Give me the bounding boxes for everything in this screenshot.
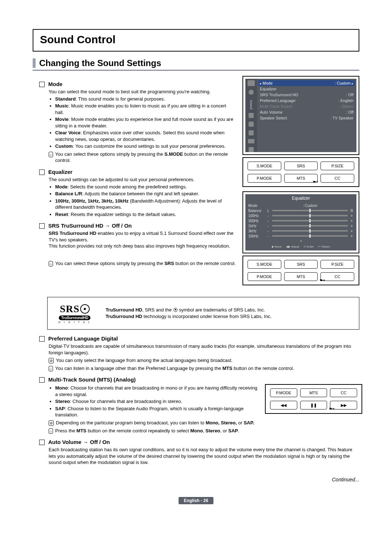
pointer-arrow-icon: ➸ bbox=[329, 404, 335, 413]
remote-button-cc[interactable]: CC bbox=[320, 174, 354, 183]
remote-buttons-3: P.MODE MTS CC ◀◀ ❚❚ ▶▶➸ bbox=[265, 384, 362, 414]
srs-line2: This function provides not only rich dee… bbox=[49, 243, 236, 249]
remote-button-pmode[interactable]: P.MODE bbox=[248, 272, 281, 281]
page: Sound Control Changing the Sound Setting… bbox=[0, 0, 392, 519]
remote-button-pmode[interactable]: P.MODE bbox=[270, 388, 297, 397]
remote-buttons-1: S.MODE SRS P.SIZE P.MODE MTS➸ CC bbox=[242, 157, 359, 187]
tv-icon bbox=[248, 80, 255, 86]
pointer-arrow-icon: ➸ bbox=[313, 177, 319, 186]
osd-main: ▸ Mode : Custom ▸ Equalizer SRS TruSurro… bbox=[257, 79, 356, 152]
pointer-arrow-icon: ➸ bbox=[319, 276, 326, 284]
checkbox-icon bbox=[39, 223, 45, 229]
osd-side-label: Sound bbox=[249, 100, 253, 109]
list-item: SAP: Choose to listen to the Separate Au… bbox=[55, 405, 258, 418]
list-item: Custom: You can customize the sound sett… bbox=[55, 143, 236, 150]
preflang-heading: Preferred Language Digital bbox=[33, 335, 359, 342]
list-item: Mode: Selects the sound mode among the p… bbox=[55, 184, 236, 190]
remote-button-rewind[interactable]: ◀◀ bbox=[270, 401, 297, 409]
remote-button-psize[interactable]: P.SIZE bbox=[320, 162, 354, 170]
side-icon bbox=[249, 147, 254, 152]
osd-row-disabled: Multi-Track Sound: Stereo bbox=[260, 103, 354, 109]
info-icon: ⊘ bbox=[49, 358, 54, 363]
mts-list: Mono: Choose for channels that are broad… bbox=[49, 385, 258, 418]
preflang-note2: ⌂ You can listen in a language other tha… bbox=[49, 365, 359, 372]
remote-button-cc[interactable]: CC➸ bbox=[320, 272, 354, 281]
srs-digital-text: D I G I T A L bbox=[58, 321, 91, 323]
mts-note2: ⌂ Press the MTS button on the remote con… bbox=[49, 428, 258, 434]
list-item: 100Hz, 300Hz, 1kHz, 3kHz, 10kHz (Bandwid… bbox=[55, 198, 236, 211]
srs-logo: SRS ● TruSurroundHD D I G I T A L bbox=[58, 303, 91, 323]
eq-slider[interactable] bbox=[272, 220, 348, 221]
equalizer-heading: Equalizer bbox=[33, 169, 236, 175]
eq-balance-row[interactable]: Balance L R bbox=[248, 208, 354, 213]
section-heading: Changing the Sound Settings bbox=[33, 58, 359, 68]
remote-buttons-2: S.MODE SRS P.SIZE P.MODE MTS CC➸ bbox=[242, 256, 359, 285]
eq-slider[interactable] bbox=[272, 230, 348, 232]
footer: English - 26 bbox=[33, 497, 359, 504]
checkbox-icon bbox=[39, 82, 45, 87]
divider bbox=[33, 70, 359, 71]
eq-slider[interactable] bbox=[272, 225, 348, 227]
remote-hint-icon: ⌂ bbox=[49, 366, 53, 371]
eq-band-row[interactable]: 300Hz-+ bbox=[248, 218, 354, 223]
checkbox-icon bbox=[39, 440, 45, 445]
mode-intro: You can select the sound mode to best su… bbox=[49, 89, 236, 95]
eq-slider[interactable] bbox=[272, 210, 348, 211]
srs-heading: SRS TruSurround HD → Off / On bbox=[33, 223, 236, 229]
remote-button-cc[interactable]: CC bbox=[330, 388, 357, 397]
remote-button-smode[interactable]: S.MODE bbox=[248, 260, 281, 269]
remote-button-forward[interactable]: ▶▶➸ bbox=[330, 401, 357, 409]
title-box: Sound Control bbox=[33, 29, 359, 52]
osd-row[interactable]: SRS TruSurround HD: Off bbox=[260, 92, 354, 98]
preflang-note1: ⊘ You can only select the language from … bbox=[49, 357, 359, 364]
continued-text: Continued... bbox=[33, 477, 359, 482]
eq-scroll-icon: ▾ bbox=[248, 239, 354, 243]
remote-button-pmode[interactable]: P.MODE bbox=[248, 174, 281, 183]
remote-button-smode[interactable]: S.MODE bbox=[248, 162, 281, 170]
osd-sidebar: Sound bbox=[245, 79, 257, 152]
eq-mode-row[interactable]: Mode : Custom bbox=[248, 203, 354, 208]
osd-row-mode[interactable]: ▸ Mode : Custom ▸ bbox=[258, 80, 355, 86]
mode-note: ⌂ You can select these options simply by… bbox=[49, 151, 236, 164]
osd-row[interactable]: Auto Volume: Off bbox=[260, 109, 354, 115]
section-title: Changing the Sound Settings bbox=[39, 58, 161, 68]
remote-button-mts[interactable]: MTS bbox=[284, 272, 318, 281]
mts-note1: ⊘ Depending on the particular program be… bbox=[49, 420, 258, 426]
preflang-subhead: Preferred Language Digital bbox=[48, 335, 118, 342]
eq-band-row[interactable]: 100Hz-+ bbox=[248, 213, 354, 218]
mts-heading: Multi-Track Sound (MTS) (Analog) bbox=[33, 376, 359, 383]
equalizer-subhead: Equalizer bbox=[48, 169, 73, 175]
text-column: Mode You can select the sound mode to be… bbox=[33, 76, 236, 290]
list-item: Movie: Movie mode enables you to experie… bbox=[55, 116, 236, 129]
eq-band-row[interactable]: 10kHz-+ bbox=[248, 233, 354, 239]
eq-nav-hints: ◆ Move◀▶ Adjust⏎ Enter↩ Return bbox=[248, 245, 354, 248]
remote-button-srs[interactable]: SRS bbox=[284, 260, 318, 269]
checkbox-icon bbox=[39, 377, 45, 383]
section-bar-icon bbox=[33, 58, 36, 68]
osd-row[interactable]: Equalizer bbox=[260, 86, 354, 92]
side-icon bbox=[248, 139, 254, 143]
remote-hint-icon: ⌂ bbox=[49, 261, 53, 266]
eq-title: Equalizer bbox=[248, 196, 354, 201]
remote-button-mts[interactable]: MTS➸ bbox=[284, 174, 318, 183]
remote-button-mts[interactable]: MTS bbox=[300, 388, 327, 397]
list-item: Standard: This sound mode is for general… bbox=[55, 96, 236, 102]
srs-trademark-text: TruSurround HD, SRS and the ⦿ symbol are… bbox=[106, 307, 271, 320]
eq-slider[interactable] bbox=[272, 235, 348, 237]
list-item: Music: Music mode enables you to listen … bbox=[55, 103, 236, 115]
mode-heading: Mode bbox=[33, 81, 236, 87]
remote-button-srs[interactable]: SRS bbox=[284, 162, 318, 170]
preflang-intro: Digital-TV broadcasts are capable of sim… bbox=[49, 343, 359, 356]
remote-button-pause[interactable]: ❚❚ bbox=[300, 401, 327, 409]
eq-band-row[interactable]: 3kHz-+ bbox=[248, 228, 354, 233]
osd-row[interactable]: Preferred Language: English bbox=[260, 98, 354, 103]
list-item: Mono: Choose for channels that are broad… bbox=[55, 385, 258, 398]
list-item: Balance L/R: Adjusts the balance between… bbox=[55, 191, 236, 197]
autovolume-subhead: Auto Volume → Off / On bbox=[48, 439, 110, 445]
eq-band-row[interactable]: 1kHz-+ bbox=[248, 223, 354, 228]
remote-button-psize[interactable]: P.SIZE bbox=[320, 260, 354, 269]
osd-row[interactable]: Speaker Select: TV Speaker bbox=[260, 115, 354, 121]
equalizer-intro: The sound settings can be adjusted to su… bbox=[49, 176, 236, 183]
side-icon bbox=[249, 130, 254, 135]
eq-slider[interactable] bbox=[272, 215, 348, 216]
